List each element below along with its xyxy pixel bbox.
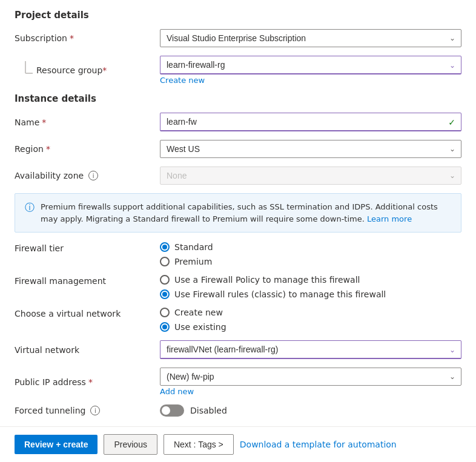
firewall-tier-standard-option[interactable]: Standard [160,242,461,252]
public-ip-row: Public IP address * (New) fw-pip ⌄ Add n… [15,368,461,396]
firewall-tier-label: Firewall tier [15,242,160,253]
region-label: Region * [15,144,160,154]
name-required: * [42,117,46,127]
region-required: * [46,144,50,154]
info-box-icon: ⓘ [25,202,35,214]
firewall-tier-radio-group: Standard Premium [160,242,461,266]
firewall-tier-premium-option[interactable]: Premium [160,257,461,266]
resource-group-control: learn-firewall-rg ⌄ Create new [160,56,461,85]
firewall-tier-row: Firewall tier Standard Premium [15,242,461,266]
subscription-select[interactable]: Visual Studio Enterprise Subscription [160,29,461,47]
virtual-network-select-label: Virtual network [15,345,160,355]
forced-tunneling-toggle[interactable] [160,404,184,417]
firewall-management-rules-option[interactable]: Use Firewall rules (classic) to manage t… [160,289,461,299]
firewall-management-policy-radio[interactable] [160,275,170,285]
forced-tunneling-label: Forced tunneling i [15,406,160,415]
availability-zone-select: None [160,167,461,185]
firewall-management-policy-label: Use a Firewall Policy to manage this fir… [174,275,360,285]
create-new-vnet-radio[interactable] [160,308,170,317]
virtual-network-select[interactable]: firewallVNet (learn-firewall-rg) [160,340,461,359]
previous-button[interactable]: Previous [104,434,157,455]
subscription-select-wrapper[interactable]: Visual Studio Enterprise Subscription ⌄ [160,29,461,47]
public-ip-label: Public IP address * [15,377,160,387]
next-button[interactable]: Next : Tags > [164,434,234,455]
subscription-row: Subscription * Visual Studio Enterprise … [15,29,461,47]
firewall-tier-standard-radio[interactable] [160,242,170,252]
firewall-tier-premium-radio[interactable] [160,257,170,266]
create-new-vnet-option[interactable]: Create new [160,308,461,317]
name-checkmark-icon: ✓ [448,117,455,127]
firewall-management-rules-radio[interactable] [160,289,170,299]
firewall-management-control: Use a Firewall Policy to manage this fir… [160,275,461,299]
public-ip-required: * [88,377,93,387]
virtual-network-radio-group: Create new Use existing [160,308,461,332]
resource-group-required: * [102,65,107,75]
project-details-title: Project details [15,10,461,21]
region-select-wrapper[interactable]: West US ⌄ [160,140,461,158]
resource-group-label: Resource group * [15,61,160,79]
forced-tunneling-info-icon[interactable]: i [90,406,100,415]
virtual-network-select-row: Virtual network firewallVNet (learn-fire… [15,340,461,359]
info-box: ⓘ Premium firewalls support additional c… [15,193,461,233]
use-existing-vnet-radio[interactable] [160,322,170,332]
subscription-control: Visual Studio Enterprise Subscription ⌄ [160,29,461,47]
name-input-wrapper: ✓ [160,113,461,131]
availability-zone-row: Availability zone i None ⌄ [15,167,461,185]
firewall-tier-control: Standard Premium [160,242,461,266]
name-input[interactable] [160,113,461,131]
use-existing-vnet-label: Use existing [174,322,226,332]
region-select[interactable]: West US [160,140,461,158]
availability-zone-label: Availability zone i [15,171,160,180]
connector-icon [25,61,33,79]
availability-zone-select-wrapper: None ⌄ [160,167,461,185]
resource-group-select-wrapper[interactable]: learn-firewall-rg ⌄ [160,56,461,74]
public-ip-select[interactable]: (New) fw-pip [160,368,461,386]
review-create-button[interactable]: Review + create [15,435,98,454]
forced-tunneling-toggle-wrapper: Disabled [160,404,461,417]
firewall-tier-standard-label: Standard [174,242,213,252]
create-new-vnet-label: Create new [174,308,223,317]
subscription-required: * [70,33,74,43]
instance-details-title: Instance details [15,93,461,104]
bottom-bar: Review + create Previous Next : Tags > D… [0,426,476,462]
firewall-management-radio-group: Use a Firewall Policy to manage this fir… [160,275,461,299]
virtual-network-choice-label: Choose a virtual network [15,308,160,318]
download-template-link[interactable]: Download a template for automation [240,440,397,449]
resource-group-select[interactable]: learn-firewall-rg [160,56,461,74]
info-box-text: Premium firewalls support additional cap… [41,201,451,225]
forced-tunneling-value: Disabled [190,406,227,415]
name-control: ✓ [160,113,461,131]
region-control: West US ⌄ [160,140,461,158]
forced-tunneling-control: Disabled [160,404,461,417]
firewall-management-label: Firewall management [15,275,160,286]
public-ip-control: (New) fw-pip ⌄ Add new [160,368,461,396]
virtual-network-select-control: firewallVNet (learn-firewall-rg) ⌄ [160,340,461,359]
resource-group-row: Resource group * learn-firewall-rg ⌄ Cre… [15,56,461,85]
public-ip-select-wrapper[interactable]: (New) fw-pip ⌄ [160,368,461,386]
firewall-tier-premium-label: Premium [174,257,212,266]
name-label: Name * [15,117,160,127]
create-new-link[interactable]: Create new [160,76,205,85]
firewall-management-row: Firewall management Use a Firewall Polic… [15,275,461,299]
virtual-network-select-wrapper[interactable]: firewallVNet (learn-firewall-rg) ⌄ [160,340,461,359]
forced-tunneling-row: Forced tunneling i Disabled [15,404,461,417]
learn-more-link[interactable]: Learn more [367,214,412,223]
name-row: Name * ✓ [15,113,461,131]
firewall-management-policy-option[interactable]: Use a Firewall Policy to manage this fir… [160,275,461,285]
availability-zone-info-icon[interactable]: i [88,171,98,180]
firewall-management-rules-label: Use Firewall rules (classic) to manage t… [174,289,386,299]
add-new-ip-link[interactable]: Add new [160,387,194,396]
virtual-network-choice-row: Choose a virtual network Create new Use … [15,308,461,332]
virtual-network-choice-control: Create new Use existing [160,308,461,332]
use-existing-vnet-option[interactable]: Use existing [160,322,461,332]
subscription-label: Subscription * [15,33,160,43]
availability-zone-control: None ⌄ [160,167,461,185]
region-row: Region * West US ⌄ [15,140,461,158]
